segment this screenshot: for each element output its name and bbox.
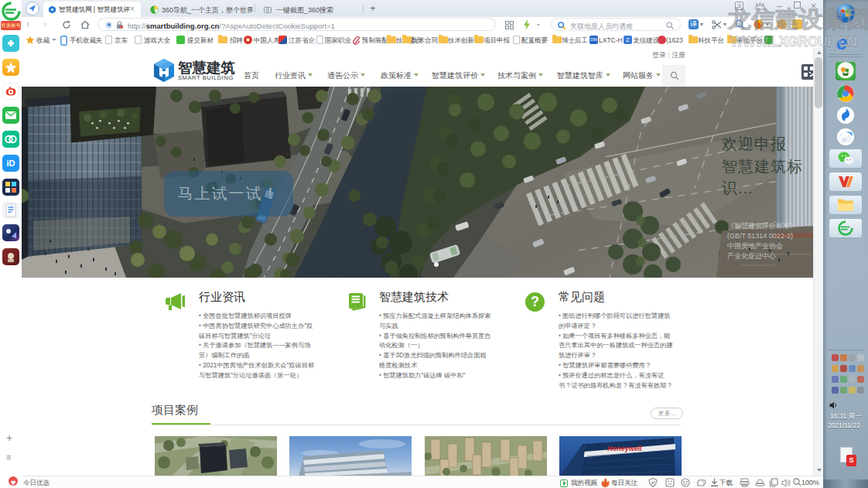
svg-text:Honeywell: Honeywell — [607, 445, 642, 452]
